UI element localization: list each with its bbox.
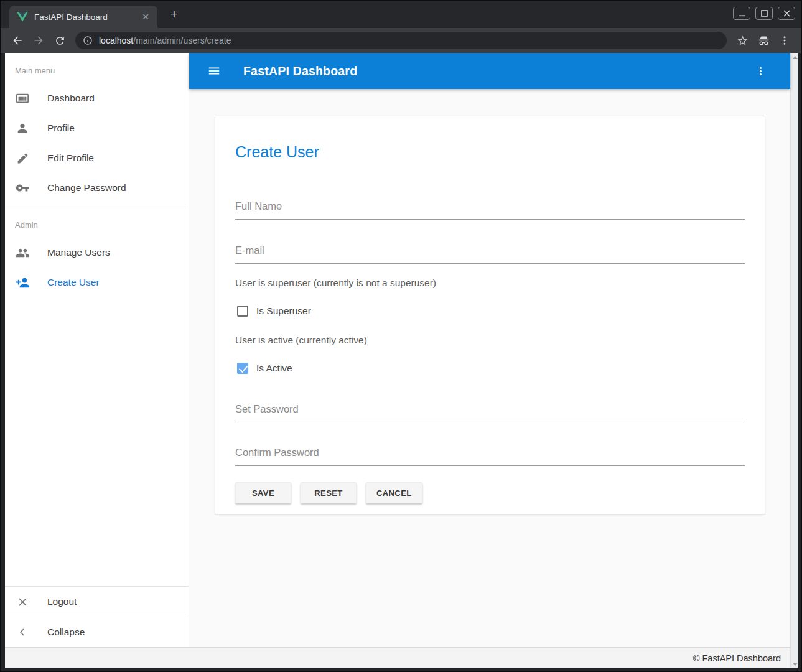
- browser-tabstrip: FastAPI Dashboard ✕ +: [1, 1, 801, 28]
- is-active-row[interactable]: Is Active: [235, 361, 745, 376]
- sidebar-item-label: Edit Profile: [47, 152, 94, 164]
- tab-close-icon[interactable]: ✕: [140, 11, 151, 22]
- active-hint: User is active (currently active): [235, 334, 745, 347]
- superuser-hint: User is superuser (currently is not a su…: [235, 277, 745, 289]
- scrollbar-up-arrow-icon[interactable]: [791, 53, 798, 62]
- form-actions: SAVE RESET CANCEL: [235, 482, 745, 503]
- site-info-icon[interactable]: [83, 35, 93, 45]
- is-active-label: Is Active: [256, 363, 292, 374]
- confirm-password-input[interactable]: [235, 447, 745, 466]
- app-header: FastAPI Dashboard: [189, 53, 790, 89]
- sidebar-section-admin: Admin: [5, 207, 189, 238]
- is-superuser-label: Is Superuser: [256, 306, 311, 317]
- person-add-icon: [15, 275, 30, 290]
- create-user-card: Create User User is superuser (currently…: [215, 116, 765, 515]
- vertical-scrollbar[interactable]: [790, 53, 798, 668]
- people-icon: [15, 245, 30, 260]
- back-icon[interactable]: [8, 31, 27, 50]
- confirm-password-field-wrap: [235, 447, 745, 466]
- vue-favicon-icon: [17, 11, 28, 22]
- cancel-button[interactable]: CANCEL: [366, 482, 422, 503]
- app-page: Main menu Dashboard Profile: [5, 53, 790, 668]
- sidebar-section-main-menu: Main menu: [5, 53, 189, 83]
- full-name-input[interactable]: [235, 200, 745, 220]
- email-field-wrap: [235, 245, 745, 264]
- sidebar-item-profile[interactable]: Profile: [5, 113, 189, 143]
- toolbar-actions: [732, 31, 795, 50]
- hamburger-menu-icon[interactable]: [203, 60, 225, 82]
- sidebar-item-change-password[interactable]: Change Password: [5, 173, 189, 203]
- sidebar-item-label: Manage Users: [47, 247, 110, 258]
- sidebar-item-manage-users[interactable]: Manage Users: [5, 238, 189, 268]
- reload-icon[interactable]: [50, 31, 69, 50]
- is-superuser-checkbox[interactable]: [237, 306, 248, 317]
- copyright-text: © FastAPI Dashboard: [693, 653, 781, 663]
- sidebar-item-label: Create User: [47, 277, 100, 288]
- sidebar-item-label: Logout: [47, 596, 77, 607]
- sidebar-item-logout[interactable]: Logout: [5, 587, 189, 617]
- minimize-button[interactable]: [733, 7, 750, 20]
- window-controls: [733, 7, 801, 29]
- sidebar-item-create-user[interactable]: Create User: [5, 268, 189, 297]
- browser-tab[interactable]: FastAPI Dashboard ✕: [9, 6, 157, 28]
- sidebar: Main menu Dashboard Profile: [5, 53, 189, 647]
- sidebar-item-label: Collapse: [47, 627, 85, 638]
- browser-toolbar: localhost/main/admin/users/create: [1, 28, 801, 53]
- full-name-field-wrap: [235, 200, 745, 220]
- person-icon: [15, 121, 30, 136]
- email-input[interactable]: [235, 245, 745, 264]
- maximize-button[interactable]: [755, 7, 773, 20]
- url-text: localhost/main/admin/users/create: [99, 35, 231, 45]
- sidebar-item-label: Profile: [47, 123, 75, 134]
- password-field-wrap: [235, 403, 745, 422]
- is-superuser-row[interactable]: Is Superuser: [235, 304, 745, 319]
- chevron-left-icon: [15, 625, 30, 640]
- browser-window: FastAPI Dashboard ✕ +: [0, 0, 802, 672]
- sidebar-item-label: Change Password: [47, 182, 126, 194]
- close-window-button[interactable]: [778, 7, 795, 20]
- tab-title: FastAPI Dashboard: [34, 12, 140, 22]
- forward-icon[interactable]: [29, 31, 48, 50]
- url-host: localhost: [99, 35, 133, 45]
- url-path: /main/admin/users/create: [133, 35, 231, 45]
- app-menu-kebab-icon[interactable]: [749, 60, 772, 82]
- browser-menu-kebab-icon[interactable]: [775, 31, 794, 50]
- sidebar-bottom: Logout Collapse: [5, 586, 189, 647]
- incognito-icon: [754, 31, 773, 50]
- is-active-checkbox[interactable]: [237, 363, 248, 374]
- app-title: FastAPI Dashboard: [243, 64, 357, 78]
- dashboard-icon: [15, 91, 30, 106]
- page-title: Create User: [235, 116, 745, 161]
- sidebar-item-label: Dashboard: [47, 93, 95, 104]
- sidebar-item-collapse[interactable]: Collapse: [5, 617, 189, 647]
- close-x-icon: [15, 594, 30, 609]
- bookmark-star-icon[interactable]: [733, 31, 752, 50]
- sidebar-item-dashboard[interactable]: Dashboard: [5, 83, 189, 113]
- set-password-input[interactable]: [235, 403, 745, 422]
- save-button[interactable]: SAVE: [235, 482, 291, 503]
- content-area: Create User User is superuser (currently…: [189, 89, 790, 647]
- new-tab-button[interactable]: +: [166, 7, 182, 23]
- key-icon: [15, 180, 30, 195]
- scrollbar-down-arrow-icon[interactable]: [791, 660, 798, 668]
- sidebar-item-edit-profile[interactable]: Edit Profile: [5, 143, 189, 173]
- url-bar[interactable]: localhost/main/admin/users/create: [75, 32, 727, 49]
- pencil-icon: [15, 151, 30, 166]
- app-footer: © FastAPI Dashboard: [5, 647, 790, 668]
- page-viewport: Main menu Dashboard Profile: [5, 53, 798, 668]
- reset-button[interactable]: RESET: [301, 482, 357, 503]
- main-area: FastAPI Dashboard Create User: [189, 53, 790, 647]
